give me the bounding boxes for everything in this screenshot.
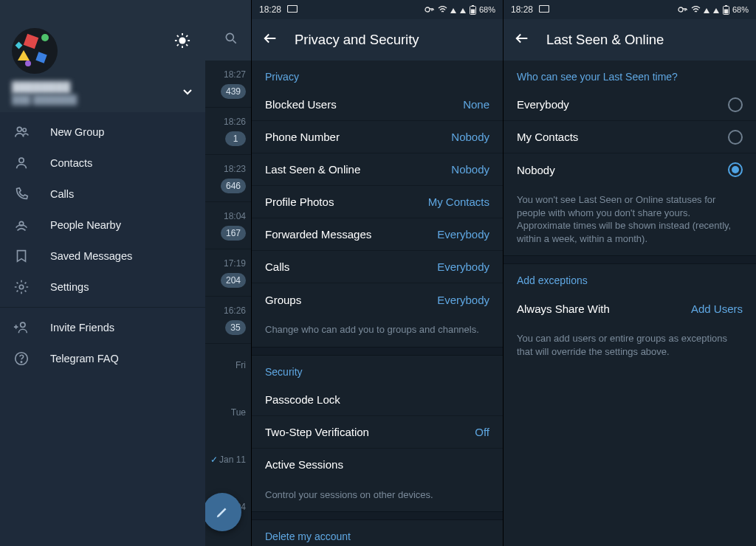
nearby-icon <box>13 217 30 233</box>
signal-icon <box>704 6 710 13</box>
page-title: Last Seen & Online <box>546 32 664 48</box>
status-bar: 18:28 68% <box>252 0 503 19</box>
svg-line-11 <box>186 44 188 46</box>
menu-label: Contacts <box>50 157 92 169</box>
app-bar: Privacy and Security <box>252 19 503 61</box>
svg-point-21 <box>21 362 21 362</box>
svg-point-16 <box>19 158 24 162</box>
chat-row[interactable]: 17:19204 <box>205 249 252 297</box>
account-name: ████████ <box>12 81 77 93</box>
help-icon <box>13 350 30 367</box>
wifi-icon <box>438 6 447 13</box>
theme-toggle-icon[interactable] <box>174 32 190 52</box>
svg-point-18 <box>19 285 24 289</box>
group-icon <box>13 124 30 140</box>
section-header-privacy: Privacy <box>252 61 503 89</box>
section-footer: Change who can add you to groups and cha… <box>252 316 503 347</box>
section-footer: You can add users or entire groups as ex… <box>504 325 756 368</box>
vpn-icon <box>425 7 435 13</box>
setting-phone-number[interactable]: Phone NumberNobody <box>252 121 503 153</box>
menu-label: Invite Friends <box>50 322 114 334</box>
chat-row[interactable]: ✓Jan 11 <box>205 438 252 485</box>
radio-selected-icon <box>728 162 743 177</box>
svg-point-25 <box>425 7 430 12</box>
status-time: 18:28 <box>259 4 281 15</box>
menu-contacts[interactable]: Contacts <box>0 148 205 179</box>
svg-rect-29 <box>540 6 549 13</box>
signal2-icon <box>713 6 720 13</box>
search-icon[interactable] <box>224 31 238 49</box>
battery-icon <box>470 5 476 15</box>
status-bar: 18:28 68% <box>504 0 756 19</box>
menu-settings[interactable]: Settings <box>0 272 205 303</box>
section-header-exceptions: Add exceptions <box>504 264 756 292</box>
back-icon[interactable] <box>262 30 278 50</box>
status-battery: 68% <box>732 5 749 14</box>
svg-point-14 <box>17 127 21 131</box>
account-phone: ███ ███████ <box>12 94 77 105</box>
menu-saved-messages[interactable]: Saved Messages <box>0 241 205 272</box>
svg-point-19 <box>21 322 25 327</box>
svg-line-23 <box>233 41 236 44</box>
svg-line-13 <box>186 35 188 37</box>
page-title: Privacy and Security <box>295 32 419 48</box>
menu-invite[interactable]: Invite Friends <box>0 312 205 343</box>
chat-row[interactable]: 18:27439 <box>205 61 252 108</box>
setting-always-share[interactable]: Always Share WithAdd Users <box>504 292 756 325</box>
menu-faq[interactable]: Telegram FAQ <box>0 343 205 374</box>
gear-icon <box>13 279 30 295</box>
option-everybody[interactable]: Everybody <box>504 89 756 121</box>
chat-row[interactable]: 18:261 <box>205 108 252 155</box>
navigation-drawer: ████████ ███ ███████ New Group Contacts … <box>0 19 205 546</box>
setting-sessions[interactable]: Active Sessions <box>252 449 503 481</box>
svg-line-10 <box>177 35 179 37</box>
chat-row[interactable]: Fri <box>205 344 252 391</box>
svg-rect-33 <box>724 9 728 13</box>
menu-new-group[interactable]: New Group <box>0 117 205 148</box>
back-icon[interactable] <box>514 30 530 50</box>
menu-calls[interactable]: Calls <box>0 179 205 210</box>
setting-passcode[interactable]: Passcode Lock <box>252 384 503 416</box>
signal2-icon <box>460 6 467 13</box>
menu-people-nearby[interactable]: People Nearby <box>0 210 205 241</box>
section-header-who: Who can see your Last Seen time? <box>504 61 756 89</box>
section-header-delete: Delete my account <box>252 520 503 546</box>
chat-row[interactable]: ✓Dec 31 <box>205 533 252 546</box>
svg-line-12 <box>177 44 179 46</box>
chat-row[interactable]: 18:04167 <box>205 202 252 249</box>
setting-groups[interactable]: GroupsEverybody <box>252 283 503 316</box>
setting-last-seen[interactable]: Last Seen & OnlineNobody <box>252 153 503 186</box>
menu-label: Saved Messages <box>50 250 132 262</box>
svg-point-30 <box>678 7 683 12</box>
phone-icon <box>13 186 30 202</box>
setting-blocked-users[interactable]: Blocked UsersNone <box>252 89 503 121</box>
battery-icon <box>723 5 729 15</box>
chat-row[interactable]: 16:2635 <box>205 297 252 344</box>
avatar[interactable] <box>12 28 58 74</box>
radio-icon <box>728 97 743 112</box>
bookmark-icon <box>13 248 30 264</box>
option-nobody[interactable]: Nobody <box>504 153 756 186</box>
radio-icon <box>728 130 743 145</box>
cast-icon <box>539 5 549 14</box>
svg-rect-28 <box>471 9 475 13</box>
svg-point-22 <box>226 33 233 41</box>
svg-point-5 <box>179 37 185 44</box>
menu-label: Calls <box>50 188 74 200</box>
chat-row[interactable]: 18:23646 <box>205 155 252 202</box>
setting-forwarded[interactable]: Forwarded MessagesEverybody <box>252 218 503 251</box>
svg-rect-24 <box>288 6 298 13</box>
section-footer: You won't see Last Seen or Online status… <box>504 186 756 255</box>
setting-calls[interactable]: CallsEverybody <box>252 251 503 283</box>
person-icon <box>13 155 30 171</box>
section-header-security: Security <box>252 356 503 384</box>
menu-label: People Nearby <box>50 219 121 231</box>
section-footer: Control your sessions on other devices. <box>252 481 503 512</box>
chevron-down-icon[interactable] <box>182 86 193 100</box>
menu-label: New Group <box>50 126 104 138</box>
setting-profile-photos[interactable]: Profile PhotosMy Contacts <box>252 186 503 218</box>
setting-two-step[interactable]: Two-Step VerificationOff <box>252 416 503 449</box>
option-my-contacts[interactable]: My Contacts <box>504 121 756 153</box>
chat-row[interactable]: Tue <box>205 391 252 438</box>
menu-label: Telegram FAQ <box>50 353 119 364</box>
